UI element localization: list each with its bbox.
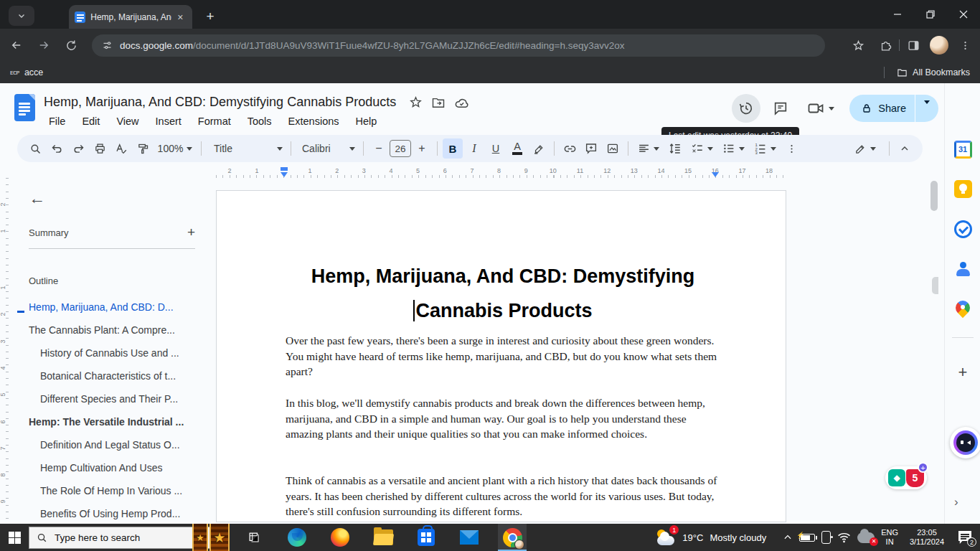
menu-tools[interactable]: Tools: [242, 113, 277, 129]
new-tab-button[interactable]: +: [201, 7, 220, 26]
outline-item[interactable]: Hemp Cultivation And Uses: [40, 462, 162, 474]
keep-icon[interactable]: [953, 179, 972, 198]
document-heading[interactable]: Hemp, Marijuana, And CBD: Demystifying C…: [286, 259, 720, 328]
outline-item[interactable]: The Role Of Hemp In Various ...: [40, 485, 182, 496]
outline-item[interactable]: The Cannabis Plant: A Compre...: [29, 324, 175, 336]
version-history-button[interactable]: [732, 94, 760, 123]
onedrive-icon[interactable]: ✕: [857, 532, 875, 543]
menu-view[interactable]: View: [111, 113, 143, 129]
highlight-color-button[interactable]: [529, 138, 549, 159]
extensions-icon[interactable]: [875, 34, 896, 56]
menu-insert[interactable]: Insert: [151, 113, 187, 129]
calendar-icon[interactable]: 31: [953, 140, 972, 159]
window-restore-button[interactable]: [914, 0, 947, 29]
menu-format[interactable]: Format: [193, 113, 236, 129]
star-document-icon[interactable]: [409, 95, 423, 109]
mail-taskbar-icon[interactable]: [455, 524, 484, 551]
font-family-select[interactable]: Calibri: [296, 138, 358, 159]
hidden-icons-chevron[interactable]: [783, 532, 793, 542]
firefox-taskbar-icon[interactable]: [326, 524, 354, 551]
share-button[interactable]: Share: [849, 95, 938, 122]
weather-condition[interactable]: Mostly cloudy: [710, 532, 766, 543]
tab-search-button[interactable]: [9, 6, 34, 26]
underline-button[interactable]: U: [486, 138, 506, 159]
site-info-icon[interactable]: [102, 40, 113, 51]
add-comment-button[interactable]: [581, 138, 601, 159]
document-title[interactable]: Hemp, Marijuana, And CBD: Demystifying C…: [44, 95, 396, 110]
back-button[interactable]: [6, 34, 27, 56]
side-panel-handle[interactable]: [932, 277, 938, 294]
side-panel-icon[interactable]: [903, 34, 924, 56]
task-view-button[interactable]: [240, 524, 268, 551]
meet-video-call-button[interactable]: [802, 94, 839, 123]
undo-button[interactable]: [47, 138, 67, 159]
print-button[interactable]: [90, 138, 110, 159]
search-menus-button[interactable]: [25, 138, 45, 159]
paragraph[interactable]: In this blog, we'll demystify cannabis p…: [286, 395, 720, 442]
outline-item[interactable]: Definition And Legal Status O...: [40, 439, 180, 451]
weather-icon[interactable]: 1: [656, 529, 676, 546]
hide-menus-button[interactable]: [895, 138, 915, 159]
zoom-select[interactable]: 100%: [154, 138, 196, 159]
film-strip-icon[interactable]: ★: [209, 524, 230, 551]
browser-profile-avatar[interactable]: [930, 36, 948, 55]
horizontal-ruler[interactable]: 21123456789101112131415161718: [216, 167, 786, 178]
first-line-indent-marker[interactable]: [281, 172, 288, 177]
spell-check-button[interactable]: [111, 138, 131, 159]
paragraph[interactable]: Think of cannabis as a versatile and anc…: [286, 473, 720, 519]
comments-button[interactable]: [766, 94, 795, 123]
paragraph[interactable]: Over the past few years, there's been a …: [286, 333, 720, 380]
outline-item[interactable]: History of Cannabis Use and ...: [40, 347, 179, 359]
language-indicator[interactable]: ENGIN: [881, 528, 898, 547]
text-color-button[interactable]: A: [507, 138, 527, 159]
outline-item[interactable]: Botanical Characteristics of t...: [40, 370, 176, 382]
italic-button[interactable]: I: [464, 138, 484, 159]
checklist-button[interactable]: [687, 138, 717, 159]
menu-help[interactable]: Help: [351, 113, 382, 129]
edge-taskbar-icon[interactable]: [283, 524, 311, 551]
decrease-font-size-button[interactable]: −: [369, 138, 389, 159]
contacts-icon[interactable]: [953, 260, 972, 278]
insert-link-button[interactable]: [560, 138, 580, 159]
move-to-folder-icon[interactable]: [431, 95, 446, 110]
file-explorer-taskbar-icon[interactable]: [369, 524, 397, 551]
forward-button[interactable]: [33, 34, 55, 56]
outline-item[interactable]: Hemp, Marijuana, And CBD: D...: [29, 301, 174, 313]
more-options-button[interactable]: [781, 138, 801, 159]
start-button[interactable]: [0, 524, 29, 551]
numbered-list-button[interactable]: 123: [750, 138, 780, 159]
chrome-taskbar-icon[interactable]: [498, 524, 527, 551]
battery-icon[interactable]: ⚡: [799, 534, 815, 542]
editing-mode-button[interactable]: [847, 138, 884, 159]
vertical-ruler[interactable]: 21123456789: [0, 178, 9, 522]
insert-image-button[interactable]: [603, 138, 623, 159]
share-dropdown-caret[interactable]: [915, 104, 938, 113]
monica-assistant-button[interactable]: [950, 427, 980, 458]
phone-link-icon[interactable]: [821, 531, 831, 544]
microsoft-store-taskbar-icon[interactable]: [412, 524, 440, 551]
action-center-icon[interactable]: 2: [958, 531, 971, 544]
align-button[interactable]: [633, 138, 664, 159]
window-close-button[interactable]: [947, 0, 980, 29]
window-minimize-button[interactable]: [881, 0, 914, 29]
add-addon-button[interactable]: +: [953, 363, 972, 382]
font-size-input[interactable]: 26: [390, 140, 411, 157]
film-strip-icon[interactable]: ★: [192, 524, 208, 551]
document-saved-cloud-icon[interactable]: [454, 95, 469, 110]
browser-menu-icon[interactable]: [954, 34, 976, 56]
browser-tab[interactable]: Hemp, Marijuana, And CBD: De ×: [69, 5, 192, 29]
maps-icon[interactable]: [953, 300, 972, 319]
paint-format-button[interactable]: [133, 138, 153, 159]
outline-item[interactable]: Different Species and Their P...: [40, 393, 178, 405]
tasks-icon[interactable]: [953, 220, 972, 238]
coupon-extension-widget[interactable]: ◆ 5 +: [885, 466, 927, 489]
weather-temperature[interactable]: 19°C: [682, 532, 703, 543]
document-page[interactable]: Hemp, Marijuana, And CBD: Demystifying C…: [216, 190, 786, 522]
google-docs-logo[interactable]: [14, 94, 35, 121]
clock-date[interactable]: 23:053/11/2024: [905, 528, 949, 547]
outline-item[interactable]: Hemp: The Versatile Industrial ...: [29, 416, 184, 428]
menu-edit[interactable]: Edit: [77, 113, 105, 129]
bookmark-item[interactable]: acce: [24, 67, 43, 77]
increase-font-size-button[interactable]: +: [412, 138, 432, 159]
menu-file[interactable]: File: [44, 113, 70, 129]
